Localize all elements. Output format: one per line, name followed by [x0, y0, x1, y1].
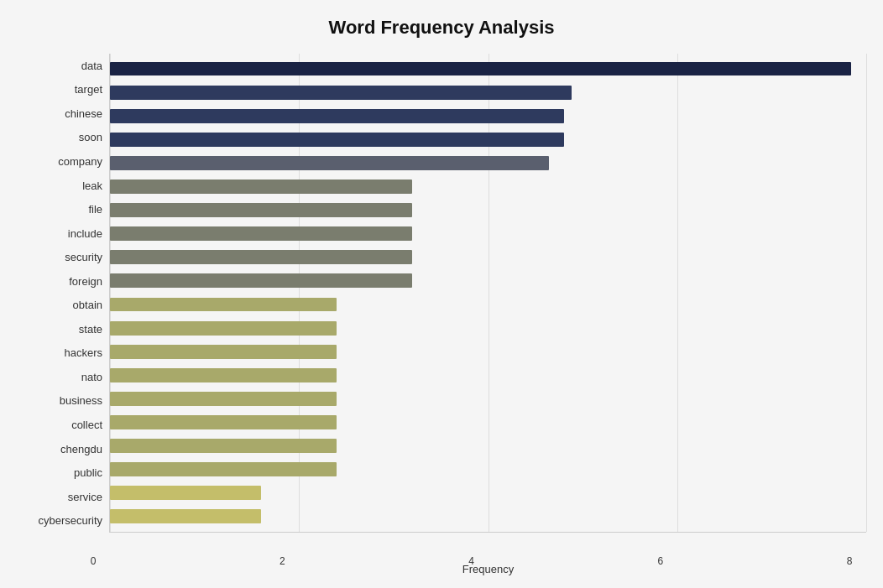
bar — [110, 392, 337, 406]
bar-row — [110, 199, 866, 222]
bar — [110, 368, 337, 382]
chart-area: datatargetchinesesooncompanyleakfileincl… — [17, 54, 866, 533]
y-label: leak — [17, 180, 102, 191]
bar-row — [110, 410, 866, 434]
bar-row — [110, 151, 866, 174]
bar-row — [110, 81, 866, 104]
x-axis-label: 2 — [265, 555, 299, 567]
x-axis-label: 8 — [833, 555, 866, 567]
bar — [110, 321, 337, 336]
bar-row — [110, 340, 866, 363]
y-label: obtain — [17, 299, 102, 310]
bar — [110, 203, 412, 217]
grid-line — [866, 54, 867, 532]
bar — [110, 345, 337, 359]
y-label: nato — [17, 372, 102, 382]
chart-title: Word Frequency Analysis — [17, 17, 866, 39]
bar-row — [110, 127, 866, 151]
bar — [110, 486, 261, 500]
bar — [110, 439, 337, 453]
bar-row — [110, 246, 866, 269]
bar — [110, 273, 412, 288]
x-axis-label: 0 — [76, 555, 110, 567]
y-label: state — [17, 324, 102, 335]
bars-container — [110, 54, 866, 532]
y-label: data — [17, 60, 102, 71]
bar — [110, 62, 851, 76]
bar-row — [110, 481, 866, 505]
plot-area: 02468 Frequency — [109, 54, 866, 533]
x-axis-title: Frequency — [462, 563, 514, 575]
bar — [110, 180, 412, 194]
bar — [110, 86, 572, 100]
y-label: file — [17, 204, 102, 215]
y-label: target — [17, 84, 102, 95]
bar — [110, 156, 549, 170]
bar-row — [110, 222, 866, 246]
bar — [110, 226, 412, 241]
y-label: company — [17, 156, 102, 167]
y-label: business — [17, 395, 102, 406]
y-label: foreign — [17, 276, 102, 287]
bar-row — [110, 293, 866, 316]
y-label: soon — [17, 132, 102, 143]
y-label: collect — [17, 419, 102, 430]
y-label: chengdu — [17, 444, 102, 455]
bar-row — [110, 387, 866, 410]
y-label: include — [17, 228, 102, 239]
y-label: public — [17, 467, 102, 478]
bar-row — [110, 434, 866, 458]
bar-row — [110, 174, 866, 198]
y-label: chinese — [17, 108, 102, 119]
y-label: cybersecurity — [17, 515, 102, 526]
bar — [110, 250, 412, 264]
bar-row — [110, 505, 866, 528]
y-label: hackers — [17, 347, 102, 358]
bar-row — [110, 269, 866, 293]
y-labels: datatargetchinesesooncompanyleakfileincl… — [17, 54, 109, 533]
bar — [110, 109, 564, 123]
y-label: service — [17, 492, 102, 502]
bar-row — [110, 57, 866, 81]
y-label: security — [17, 252, 102, 263]
bar — [110, 509, 261, 523]
bar-row — [110, 104, 866, 127]
bar — [110, 133, 564, 147]
bar-row — [110, 363, 866, 387]
bar — [110, 298, 337, 312]
x-axis-label: 6 — [644, 555, 677, 567]
bar-row — [110, 316, 866, 340]
bar-row — [110, 458, 866, 481]
bar — [110, 462, 337, 476]
bar — [110, 415, 337, 429]
chart-container: Word Frequency Analysis datatargetchines… — [0, 0, 883, 588]
